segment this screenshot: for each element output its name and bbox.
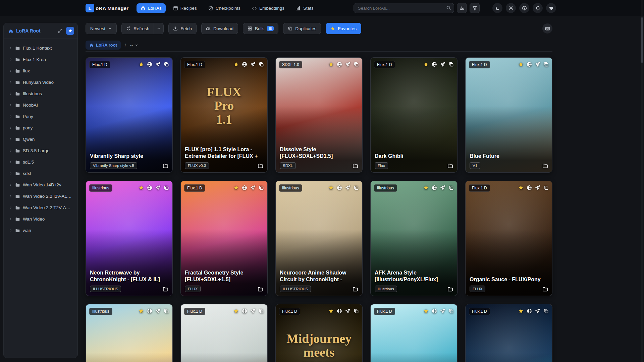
chevron-right-icon[interactable] — [9, 206, 12, 209]
globe-icon[interactable] — [432, 308, 437, 314]
chevron-right-icon[interactable] — [9, 149, 12, 153]
folder-open-icon[interactable] — [542, 163, 548, 169]
lora-card[interactable]: IllustriousNeon Retrowave by ChronoKnigh… — [86, 181, 173, 296]
sidebar-folder[interactable]: Wan Video 2.2 T2V-A14B — [6, 202, 75, 213]
nav-item-recipes[interactable]: Recipes — [169, 3, 201, 13]
download-button[interactable]: Download — [201, 23, 238, 34]
star-icon[interactable] — [328, 185, 334, 190]
chevron-right-icon[interactable] — [9, 126, 12, 130]
globe-icon[interactable] — [242, 185, 247, 190]
star-icon[interactable] — [328, 62, 334, 67]
copy-icon[interactable] — [448, 185, 454, 190]
copy-icon[interactable] — [164, 308, 169, 314]
chevron-right-icon[interactable] — [9, 229, 12, 232]
bulk-button[interactable]: Bulk B — [243, 23, 278, 34]
folder-open-icon[interactable] — [353, 286, 358, 292]
star-icon[interactable] — [423, 62, 429, 67]
send-icon[interactable] — [440, 185, 445, 190]
star-icon[interactable] — [328, 308, 334, 314]
lora-card[interactable]: Flux.1 D — [180, 304, 268, 362]
folder-open-icon[interactable] — [258, 286, 263, 292]
lora-card[interactable]: Illustrious — [86, 304, 173, 362]
sidebar-folder[interactable]: pony — [6, 122, 75, 133]
send-icon[interactable] — [345, 62, 351, 67]
send-icon[interactable] — [155, 62, 161, 67]
folder-open-icon[interactable] — [258, 163, 263, 169]
settings-button[interactable] — [506, 3, 516, 13]
sidebar-folder[interactable]: sdxl — [6, 168, 75, 179]
refresh-button[interactable]: Refresh — [121, 23, 154, 34]
copy-icon[interactable] — [543, 185, 549, 190]
breadcrumb-root[interactable]: LoRA root — [86, 41, 121, 50]
folder-open-icon[interactable] — [447, 163, 453, 169]
chevron-right-icon[interactable] — [9, 183, 12, 187]
sidebar-folder[interactable]: Illustrious — [6, 88, 75, 99]
lora-card[interactable]: Flux.1 DVibrantly Sharp styleVibrantly S… — [86, 57, 173, 173]
lora-card[interactable]: IllustriousNeurocore Anime Shadow Circui… — [275, 181, 363, 296]
copy-icon[interactable] — [164, 62, 169, 67]
sidebar-folder[interactable]: NoobAI — [6, 99, 75, 111]
folder-open-icon[interactable] — [447, 286, 453, 292]
lora-card[interactable]: Flux.1 DBlue FutureV1 — [465, 57, 552, 173]
filter-sliders-button[interactable] — [457, 3, 467, 13]
copy-icon[interactable] — [354, 308, 359, 314]
lora-card[interactable]: Flux.1 D — [370, 304, 458, 362]
copy-icon[interactable] — [164, 185, 169, 190]
star-icon[interactable] — [233, 308, 239, 314]
globe-icon[interactable] — [337, 308, 342, 314]
sort-select[interactable]: Newest — [86, 23, 117, 34]
star-icon[interactable] — [139, 185, 144, 190]
lora-card[interactable]: IllustriousAFK Arena Style [Illustrious/… — [370, 181, 458, 296]
sidebar-folder[interactable]: Qwen — [6, 133, 75, 145]
copy-icon[interactable] — [259, 185, 264, 190]
filter-funnel-button[interactable] — [470, 3, 480, 13]
pin-sidebar-button[interactable] — [66, 27, 74, 35]
folder-open-icon[interactable] — [163, 163, 168, 169]
copy-icon[interactable] — [259, 308, 264, 314]
star-icon[interactable] — [233, 62, 239, 67]
chevron-right-icon[interactable] — [9, 80, 12, 84]
globe-icon[interactable] — [147, 62, 152, 67]
globe-icon[interactable] — [242, 62, 247, 67]
globe-icon[interactable] — [432, 62, 437, 67]
globe-icon[interactable] — [527, 62, 532, 67]
sidebar-root-label[interactable]: LoRA Root — [16, 28, 54, 34]
star-icon[interactable] — [518, 185, 524, 190]
globe-icon[interactable] — [147, 185, 152, 190]
chevron-right-icon[interactable] — [9, 194, 12, 198]
nav-item-checkpoints[interactable]: Checkpoints — [204, 3, 245, 13]
send-icon[interactable] — [155, 185, 161, 190]
lora-card[interactable]: FLUX Pro 1.1Flux.1 DFLUX [pro] 1.1 Style… — [180, 57, 268, 173]
sidebar-folder[interactable]: Wan Video 2.2 I2V-A14B — [6, 190, 75, 202]
chevron-right-icon[interactable] — [9, 160, 12, 164]
favorites-filter-button[interactable]: Favorites — [326, 23, 361, 34]
sidebar-folder[interactable]: Wan Video 14B t2v — [6, 179, 75, 190]
sidebar-folder[interactable]: Flux.1 Krea — [6, 54, 75, 65]
chevron-right-icon[interactable] — [9, 58, 12, 61]
send-icon[interactable] — [250, 308, 256, 314]
chevron-right-icon[interactable] — [9, 172, 12, 175]
sidebar-folder[interactable]: sd1.5 — [6, 156, 75, 168]
send-icon[interactable] — [155, 308, 161, 314]
send-icon[interactable] — [440, 62, 445, 67]
send-icon[interactable] — [535, 308, 540, 314]
chevron-right-icon[interactable] — [9, 217, 12, 221]
folder-open-icon[interactable] — [542, 286, 548, 292]
chevron-right-icon[interactable] — [9, 115, 12, 118]
favorites-button[interactable] — [546, 3, 556, 13]
sidebar-folder[interactable]: Wan Video — [6, 213, 75, 225]
star-icon[interactable] — [423, 185, 429, 190]
chevron-right-icon[interactable] — [9, 92, 12, 96]
help-button[interactable] — [519, 3, 529, 13]
sidebar-folder[interactable]: SD 3.5 Large — [6, 145, 75, 156]
globe-icon[interactable] — [147, 308, 152, 314]
lora-card[interactable]: Midjourney meets FLUXFlux.1 D — [275, 304, 363, 362]
duplicates-button[interactable]: Duplicates — [283, 23, 321, 34]
globe-icon[interactable] — [242, 308, 247, 314]
send-icon[interactable] — [440, 308, 445, 314]
lora-card[interactable]: Flux.1 DDark GhibliFlux — [370, 57, 458, 173]
folder-open-icon[interactable] — [353, 163, 358, 169]
copy-icon[interactable] — [259, 62, 264, 67]
send-icon[interactable] — [345, 185, 351, 190]
nav-item-stats[interactable]: Stats — [292, 3, 318, 13]
